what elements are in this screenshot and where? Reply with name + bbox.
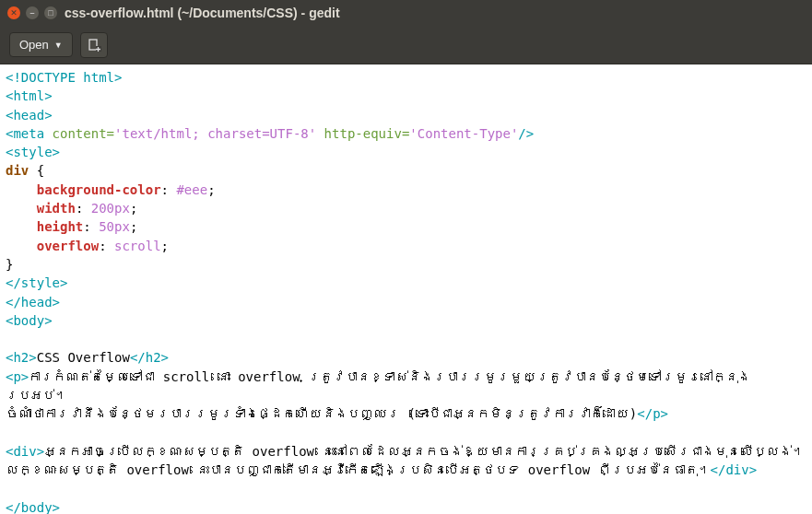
code-line: </style>	[6, 275, 67, 290]
code-token: </p>	[637, 406, 668, 421]
code-token: 'text/html; charset=UTF-8'	[114, 126, 316, 141]
code-line: <head>	[6, 108, 53, 123]
code-token: 'Content-Type'	[409, 126, 518, 141]
code-line: <html>	[6, 88, 53, 103]
code-line: </head>	[6, 295, 60, 310]
code-token: ការកំណត់តម្លៃទៅជា scroll នោះ overflow ត្…	[6, 369, 750, 403]
code-token: content	[44, 126, 106, 141]
code-line: </body>	[6, 500, 60, 514]
new-document-button[interactable]	[80, 32, 108, 58]
code-token: </h2>	[130, 350, 169, 365]
open-button[interactable]: Open ▼	[9, 32, 73, 57]
code-token: លក្ខណៈសម្បត្តិ overflow នេះបានបញ្ជាក់តើម…	[6, 462, 711, 477]
code-token: scroll	[114, 239, 161, 253]
close-icon[interactable]: ✕	[7, 6, 20, 19]
code-token: :	[76, 201, 91, 216]
code-line: <style>	[6, 145, 60, 159]
new-document-icon	[87, 38, 101, 53]
code-token: <p>	[6, 369, 29, 384]
code-token: http-equiv	[316, 126, 402, 141]
code-token	[6, 182, 37, 197]
code-token: ;	[161, 239, 169, 253]
code-token	[6, 219, 37, 234]
code-token: div	[6, 163, 29, 178]
code-token: />	[518, 126, 534, 141]
code-token: <meta	[6, 126, 44, 141]
code-token: <h2>	[6, 350, 37, 365]
code-token: :	[83, 219, 99, 234]
code-token: 200px	[91, 201, 130, 216]
code-line: }	[6, 257, 13, 272]
code-token	[6, 239, 37, 253]
code-token: 50px	[99, 219, 130, 234]
code-token: height	[37, 219, 84, 234]
code-token: #eee	[176, 182, 207, 197]
code-token: {	[29, 163, 44, 178]
code-token: :	[161, 182, 177, 197]
chevron-down-icon: ▼	[54, 41, 63, 50]
code-line: <!DOCTYPE html>	[6, 70, 122, 85]
code-token: ;	[130, 201, 137, 216]
window-title: css-overflow.html (~/Documents/CSS) - ge…	[65, 6, 340, 20]
open-button-label: Open	[19, 38, 49, 52]
minimize-icon[interactable]: –	[26, 6, 39, 19]
code-token: =	[107, 126, 114, 141]
code-token: ;	[130, 219, 137, 234]
code-token: width	[37, 201, 76, 216]
code-editor[interactable]: <!DOCTYPE html> <html> <head> <meta cont…	[0, 64, 812, 514]
maximize-icon[interactable]: □	[44, 6, 57, 19]
code-token: CSS Overflow	[37, 350, 130, 365]
code-token	[6, 201, 37, 216]
code-token: ចំណាំថាការវានឹងបន្ថែមរបាររមូរទាំងផ្ដេកហើ…	[6, 406, 637, 421]
code-token: <div>	[6, 444, 44, 459]
window-controls: ✕ – □	[7, 6, 57, 19]
titlebar: ✕ – □ css-overflow.html (~/Documents/CSS…	[0, 0, 812, 26]
toolbar: Open ▼	[0, 26, 812, 64]
code-token: </div>	[711, 462, 758, 477]
code-token: :	[99, 239, 114, 253]
code-line: <body>	[6, 313, 53, 328]
code-token: background-color	[37, 182, 161, 197]
code-token: ;	[207, 182, 215, 197]
code-token: អ្នកអាចប្រើលក្ខណៈសម្បត្តិ overflow នេះនៅ…	[44, 444, 805, 459]
svg-rect-0	[89, 40, 97, 50]
code-token: overflow	[37, 239, 99, 253]
